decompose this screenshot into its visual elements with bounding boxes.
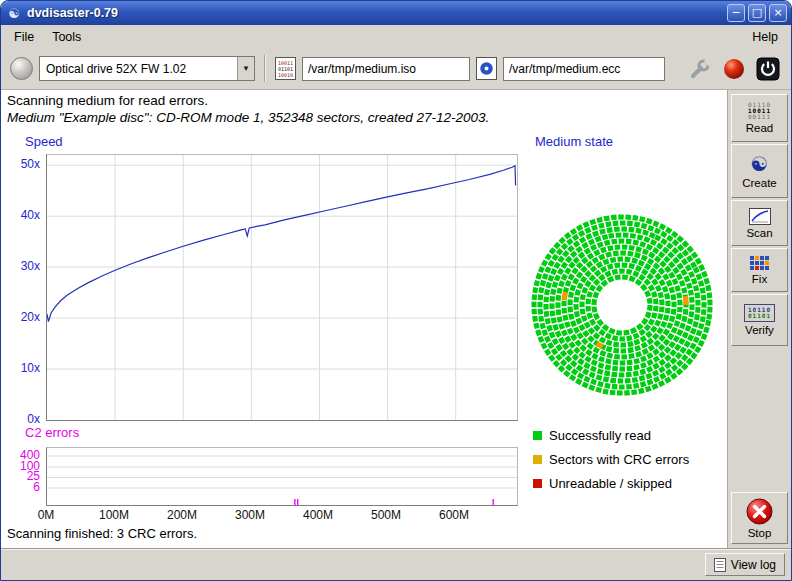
fix-button[interactable]: Fix [731,248,788,292]
verify-button-label: Verify [745,324,774,336]
menu-tools[interactable]: Tools [43,28,90,46]
fix-button-label: Fix [752,273,767,285]
speed-chart [46,154,518,421]
app-icon: ☯ [5,6,23,21]
menu-help[interactable]: Help [743,28,787,46]
stop-button-label: Stop [748,527,772,539]
action-sidebar: 01110 10011 00111 Read ☯ Create Scan [727,90,791,548]
legend-item: Successfully read [533,428,651,443]
legend-item: Sectors with CRC errors [533,452,689,467]
legend-swatch-crc [533,455,542,464]
c2-y-tick: 6 [1,480,40,494]
x-tick: 500M [364,508,408,522]
close-button[interactable]: × [769,4,787,22]
red-sphere-icon [723,58,745,80]
status-line-1: Scanning medium for read errors. [7,93,208,108]
ecc-file-icon [476,57,497,80]
statusbar: View log [1,548,791,580]
speed-y-tick: 0x [1,412,40,426]
help-button[interactable] [720,55,748,83]
quit-button[interactable] [754,55,782,83]
speed-chart-title: Speed [25,134,63,149]
x-tick: 300M [228,508,272,522]
speed-y-tick: 50x [1,157,40,171]
c2-chart-title: C2 errors [25,425,79,440]
toolbar-separator [264,55,266,82]
speed-y-tick: 20x [1,310,40,324]
read-button-label: Read [746,122,774,134]
app-window: ☯ dvdisaster-0.79 − □ × File Tools Help … [0,0,792,581]
stop-icon [746,498,773,525]
chart-pane: Scanning medium for read errors. Medium … [1,90,727,548]
legend-label: Unreadable / skipped [549,476,672,491]
x-tick: 0M [24,508,68,522]
main-content: Scanning medium for read errors. Medium … [1,90,791,548]
c2-chart-svg [47,448,517,505]
optical-drive-icon [10,57,33,80]
disc-svg [530,213,714,397]
window-title: dvdisaster-0.79 [27,6,724,20]
legend-label: Successfully read [549,428,651,443]
view-log-button[interactable]: View log [705,553,785,576]
x-tick: 400M [296,508,340,522]
scan-button[interactable]: Scan [731,200,788,246]
create-button-label: Create [742,177,777,189]
legend-label: Sectors with CRC errors [549,452,689,467]
chevron-down-icon[interactable]: ▼ [237,57,254,80]
legend-item: Unreadable / skipped [533,476,672,491]
wrench-icon [689,58,711,80]
image-file-input[interactable] [302,57,470,81]
speed-y-tick: 10x [1,361,40,375]
ecc-file-input[interactable] [503,57,665,81]
legend-swatch-ok [533,431,542,440]
menu-file[interactable]: File [5,28,43,46]
drive-select[interactable]: Optical drive 52X FW 1.02 ▼ [39,56,255,81]
minimize-button[interactable]: − [727,4,745,22]
speed-y-tick: 30x [1,259,40,273]
legend-swatch-bad [533,479,542,488]
x-tick: 100M [92,508,136,522]
finish-status: Scanning finished: 3 CRC errors. [7,526,197,541]
c2-chart [46,447,518,506]
create-button[interactable]: ☯ Create [731,144,788,198]
binary-verify-icon: 10110 01101 [744,304,775,322]
speed-y-tick: 40x [1,208,40,222]
scan-curve-icon [749,208,771,225]
toolbar: Optical drive 52X FW 1.02 ▼ 10011 01101 … [1,48,791,90]
menubar: File Tools Help [1,25,791,48]
maximize-button[interactable]: □ [748,4,766,22]
view-log-label: View log [731,558,776,572]
drive-select-value: Optical drive 52X FW 1.02 [40,57,237,80]
preferences-button[interactable] [686,55,714,83]
binary-read-icon: 01110 10011 00111 [748,102,771,120]
image-file-icon: 10011 01101 10010 [275,57,296,80]
verify-button[interactable]: 10110 01101 Verify [731,294,788,346]
status-line-2: Medium "Example disc": CD-ROM mode 1, 35… [7,110,489,125]
fix-bricks-icon [749,255,770,271]
titlebar[interactable]: ☯ dvdisaster-0.79 − □ × [1,1,791,25]
stop-button[interactable]: Stop [731,492,788,544]
power-icon [756,57,780,81]
x-tick: 600M [432,508,476,522]
read-button[interactable]: 01110 10011 00111 Read [731,94,788,142]
yin-yang-icon: ☯ [751,154,769,175]
medium-state-title: Medium state [535,134,613,149]
scan-button-label: Scan [746,227,772,239]
medium-state-disc [530,213,714,401]
x-tick: 200M [160,508,204,522]
log-page-icon [714,558,726,572]
speed-chart-svg [47,155,517,420]
